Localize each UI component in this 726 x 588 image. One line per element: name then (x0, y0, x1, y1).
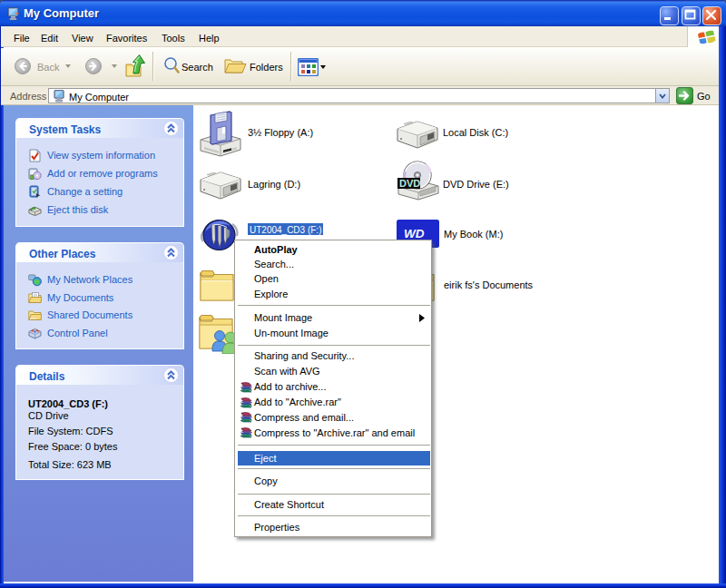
svg-text:DVD: DVD (399, 178, 420, 189)
svg-text:WD: WD (404, 227, 425, 240)
